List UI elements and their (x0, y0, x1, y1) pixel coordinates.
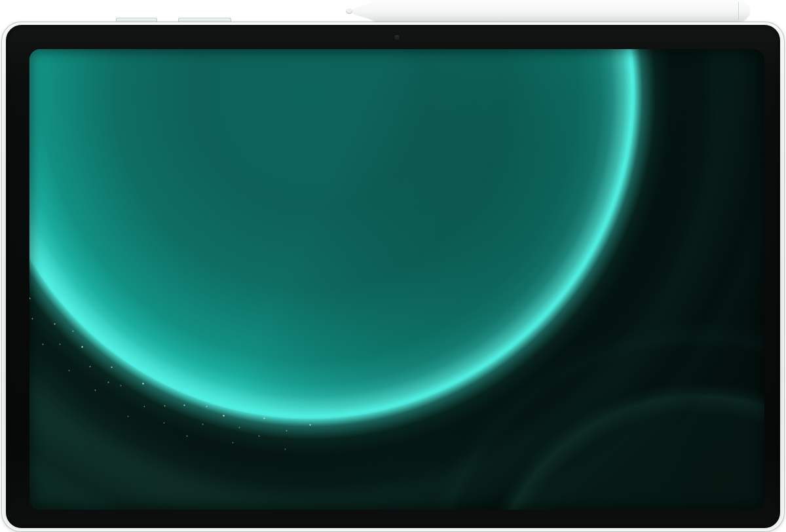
display-bezel (6, 25, 780, 528)
s-pen-nib (346, 9, 352, 14)
screen-wallpaper (29, 49, 764, 510)
sparkle-dust (29, 49, 30, 50)
front-camera (395, 35, 399, 39)
tablet-frame (1, 22, 785, 532)
s-pen-tip (350, 2, 373, 20)
product-photo-scene (0, 0, 786, 532)
s-pen-body (371, 1, 749, 21)
s-pen-seam (738, 2, 739, 20)
